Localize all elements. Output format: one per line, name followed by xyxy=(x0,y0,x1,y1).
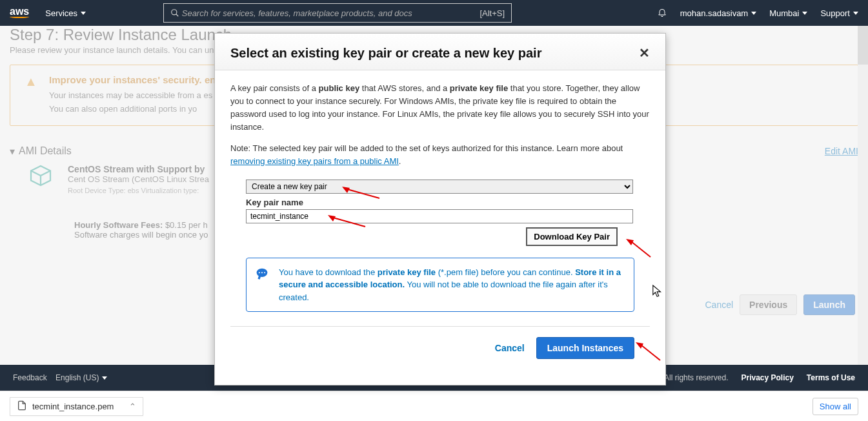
search-placeholder: Search for services, features, marketpla… xyxy=(182,8,412,18)
mouse-cursor-icon xyxy=(652,284,663,301)
key-pair-name-label: Key pair name xyxy=(246,196,650,209)
browser-download-bar: tecmint_instance.pem ⌃ Show all xyxy=(0,391,868,421)
download-info-alert: You have to download the private key fil… xyxy=(246,258,634,313)
modal-cancel-button[interactable]: Cancel xyxy=(495,342,525,356)
support-label: Support xyxy=(820,8,850,18)
global-search[interactable]: Search for services, features, marketpla… xyxy=(163,3,512,23)
terms-link[interactable]: Terms of Use xyxy=(807,373,855,382)
svg-line-1 xyxy=(176,14,179,17)
account-name: mohan.sadasivam xyxy=(680,8,749,18)
show-all-downloads[interactable]: Show all xyxy=(812,398,858,415)
caret-down-icon xyxy=(853,12,858,15)
caret-down-icon xyxy=(81,12,86,15)
caret-down-icon xyxy=(102,376,107,380)
key-pair-action-select[interactable]: Create a new key pair xyxy=(246,180,633,194)
caret-down-icon xyxy=(751,12,756,15)
region-menu[interactable]: Mumbai xyxy=(769,8,807,18)
search-shortcut: [Alt+S] xyxy=(479,8,505,18)
svg-point-0 xyxy=(172,10,177,15)
modal-paragraph-1: A key pair consists of a public key that… xyxy=(230,82,650,134)
modal-header: Select an existing key pair or create a … xyxy=(215,34,665,70)
file-icon xyxy=(17,400,27,413)
key-pair-name-input[interactable] xyxy=(246,209,633,223)
info-icon xyxy=(254,267,270,284)
language-label: English (US) xyxy=(56,373,99,382)
caret-down-icon xyxy=(802,12,807,15)
modal-footer: Cancel Launch Instances xyxy=(230,326,650,372)
svg-point-6 xyxy=(261,272,263,273)
removing-key-pairs-link[interactable]: removing existing key pairs from a publi… xyxy=(230,156,399,166)
aws-top-nav: aws Services Search for services, featur… xyxy=(0,0,868,26)
svg-point-5 xyxy=(259,272,260,273)
chevron-up-icon[interactable]: ⌃ xyxy=(129,402,136,411)
key-pair-modal: Select an existing key pair or create a … xyxy=(214,33,666,385)
search-icon xyxy=(170,8,179,17)
account-menu[interactable]: mohan.sadasivam xyxy=(680,8,757,18)
services-label: Services xyxy=(45,8,77,18)
download-key-pair-button[interactable]: Download Key Pair xyxy=(526,227,618,246)
launch-instances-button[interactable]: Launch Instances xyxy=(536,337,634,359)
downloaded-filename: tecmint_instance.pem xyxy=(32,402,114,411)
svg-point-7 xyxy=(264,272,265,273)
privacy-link[interactable]: Privacy Policy xyxy=(741,373,793,382)
region-name: Mumbai xyxy=(769,8,799,18)
aws-logo[interactable]: aws xyxy=(10,8,29,19)
modal-title: Select an existing key pair or create a … xyxy=(230,46,541,61)
services-menu[interactable]: Services xyxy=(45,8,86,18)
modal-paragraph-2: Note: The selected key pair will be adde… xyxy=(230,142,650,168)
close-icon[interactable]: ✕ xyxy=(639,45,650,61)
support-menu[interactable]: Support xyxy=(820,8,858,18)
notifications-icon[interactable] xyxy=(657,7,667,19)
downloaded-file[interactable]: tecmint_instance.pem ⌃ xyxy=(10,397,143,416)
language-selector[interactable]: English (US) xyxy=(56,373,107,382)
feedback-link[interactable]: Feedback xyxy=(13,373,47,382)
